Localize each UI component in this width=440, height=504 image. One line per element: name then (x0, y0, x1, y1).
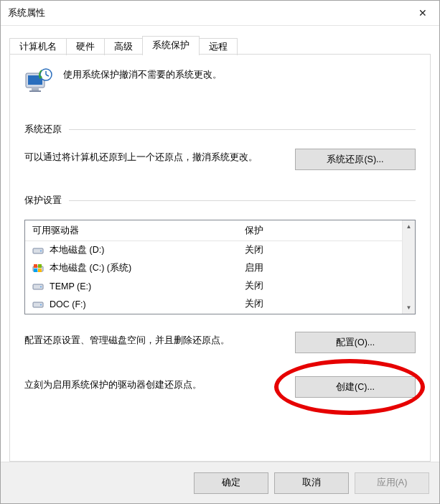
system-protection-icon (24, 67, 53, 96)
tab-panel-system-protection: 使用系统保护撤消不需要的系统更改。 系统还原 可以通过将计算机还原到上一个还原点… (9, 54, 431, 462)
hdd-icon (32, 281, 44, 292)
restore-description: 可以通过将计算机还原到上一个还原点，撤消系统更改。 (24, 149, 278, 164)
close-icon: ✕ (418, 7, 427, 19)
window-title: 系统属性 (8, 7, 45, 19)
ok-button[interactable]: 确定 (194, 472, 268, 494)
section-system-restore: 系统还原 可以通过将计算机还原到上一个还原点，撤消系统更改。 系统还原(S)..… (24, 123, 416, 170)
configure-description: 配置还原设置、管理磁盘空间，并且删除还原点。 (24, 332, 278, 347)
create-restore-point-button[interactable]: 创建(C)... (295, 376, 416, 398)
intro-row: 使用系统保护撤消不需要的系统更改。 (24, 67, 416, 96)
windows-hdd-icon (32, 263, 44, 274)
svg-rect-14 (38, 269, 42, 272)
titlebar: 系统属性 ✕ (1, 1, 439, 26)
drive-status: 关闭 (240, 280, 402, 292)
drive-row[interactable]: 本地磁盘 (C:) (系统) 启用 (25, 259, 402, 277)
section-title-settings: 保护设置 (24, 195, 62, 207)
column-header-status[interactable]: 保护 (240, 225, 402, 237)
drive-label: 本地磁盘 (D:) (50, 244, 104, 256)
divider (69, 200, 416, 201)
scroll-up-icon[interactable]: ▲ (403, 220, 415, 233)
system-restore-button[interactable]: 系统还原(S)... (295, 149, 416, 170)
column-header-drive[interactable]: 可用驱动器 (25, 225, 240, 237)
scrollbar[interactable]: ▲ ▼ (402, 220, 415, 314)
create-description: 立刻为启用系统保护的驱动器创建还原点。 (24, 376, 278, 392)
svg-rect-12 (38, 264, 42, 268)
drive-list-header: 可用驱动器 保护 (25, 220, 402, 241)
section-title-restore: 系统还原 (24, 123, 62, 136)
tab-system-protection[interactable]: 系统保护 (142, 36, 200, 55)
drive-row[interactable]: 本地磁盘 (D:) 关闭 (25, 241, 402, 259)
system-properties-window: 系统属性 ✕ 计算机名 硬件 高级 系统保护 远程 (0, 0, 440, 504)
drive-label: TEMP (E:) (50, 281, 91, 291)
tab-advanced[interactable]: 高级 (104, 38, 143, 55)
divider (69, 129, 416, 130)
apply-button: 应用(A) (355, 472, 429, 494)
tabs: 计算机名 硬件 高级 系统保护 远程 (9, 34, 431, 54)
svg-rect-2 (32, 88, 39, 90)
drive-status: 关闭 (240, 244, 402, 256)
svg-rect-13 (34, 269, 37, 272)
tab-strip: 计算机名 硬件 高级 系统保护 远程 (1, 26, 439, 54)
svg-point-18 (40, 304, 42, 305)
drive-status: 启用 (240, 262, 402, 274)
svg-point-16 (40, 286, 42, 287)
dialog-button-bar: 确定 取消 应用(A) (1, 462, 439, 503)
hdd-icon (32, 299, 44, 310)
svg-rect-3 (29, 90, 41, 92)
drive-row[interactable]: TEMP (E:) 关闭 (25, 277, 402, 295)
intro-text: 使用系统保护撤消不需要的系统更改。 (63, 67, 222, 81)
drive-label: 本地磁盘 (C:) (系统) (50, 262, 131, 274)
section-protection-settings: 保护设置 可用驱动器 保护 本地磁盘 (D:) (24, 195, 416, 398)
tab-remote[interactable]: 远程 (199, 38, 238, 55)
close-button[interactable]: ✕ (406, 1, 439, 25)
cancel-button[interactable]: 取消 (274, 472, 349, 494)
drive-label: DOC (F:) (50, 299, 86, 309)
svg-point-9 (40, 250, 42, 251)
scroll-down-icon[interactable]: ▼ (403, 302, 415, 314)
svg-rect-11 (34, 264, 37, 268)
hdd-icon (32, 245, 44, 256)
tab-hardware[interactable]: 硬件 (66, 38, 105, 55)
drive-list: 可用驱动器 保护 本地磁盘 (D:) 关闭 (24, 220, 416, 314)
drive-row[interactable]: DOC (F:) 关闭 (25, 295, 402, 313)
tab-computer-name[interactable]: 计算机名 (9, 38, 67, 55)
configure-button[interactable]: 配置(O)... (295, 332, 416, 353)
drive-status: 关闭 (240, 298, 402, 310)
